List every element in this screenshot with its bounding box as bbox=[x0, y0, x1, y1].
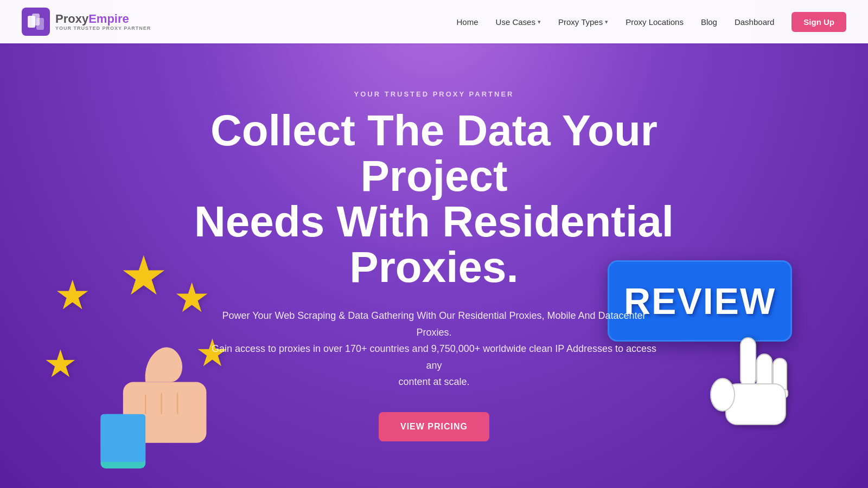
nav-links: Home Use Cases ▾ Proxy Types ▾ Proxy Loc… bbox=[457, 12, 846, 32]
logo-proxy: Proxy bbox=[55, 12, 88, 25]
svg-rect-2 bbox=[36, 18, 44, 30]
nav-proxy-locations[interactable]: Proxy Locations bbox=[626, 17, 684, 27]
nav-proxy-types[interactable]: Proxy Types ▾ bbox=[558, 17, 608, 27]
logo-text: ProxyEmpire Your Trusted Proxy Partner bbox=[55, 12, 151, 31]
hero-content: YOUR TRUSTED PROXY PARTNER Collect The D… bbox=[136, 90, 732, 441]
svg-rect-13 bbox=[726, 384, 786, 425]
nav-dashboard[interactable]: Dashboard bbox=[735, 17, 774, 27]
hero-section: ★ ★ ★ ★ ★ YOUR TRUSTED PROXY PARTNER Col… bbox=[0, 0, 868, 488]
chevron-down-icon: ▾ bbox=[605, 18, 608, 25]
nav-home[interactable]: Home bbox=[457, 17, 478, 27]
signup-button[interactable]: Sign Up bbox=[792, 12, 846, 32]
chevron-down-icon: ▾ bbox=[538, 18, 541, 25]
hero-description: Power Your Web Scraping & Data Gathering… bbox=[203, 307, 665, 390]
hero-title: Collect The Data Your Project Needs With… bbox=[136, 108, 732, 290]
star-icon-2: ★ bbox=[54, 271, 91, 319]
star-icon-4: ★ bbox=[43, 342, 78, 386]
svg-rect-9 bbox=[741, 338, 756, 387]
logo-empire: Empire bbox=[88, 12, 129, 25]
logo-subtitle: Your Trusted Proxy Partner bbox=[55, 25, 151, 31]
logo-area[interactable]: ProxyEmpire Your Trusted Proxy Partner bbox=[22, 8, 151, 36]
nav-blog[interactable]: Blog bbox=[701, 17, 717, 27]
view-pricing-button[interactable]: VIEW PRICING bbox=[379, 412, 489, 441]
hero-tagline: YOUR TRUSTED PROXY PARTNER bbox=[136, 90, 732, 98]
nav-use-cases[interactable]: Use Cases ▾ bbox=[496, 17, 541, 27]
logo-title: ProxyEmpire bbox=[55, 12, 151, 25]
logo-icon bbox=[22, 8, 50, 36]
navbar: ProxyEmpire Your Trusted Proxy Partner H… bbox=[0, 0, 868, 43]
